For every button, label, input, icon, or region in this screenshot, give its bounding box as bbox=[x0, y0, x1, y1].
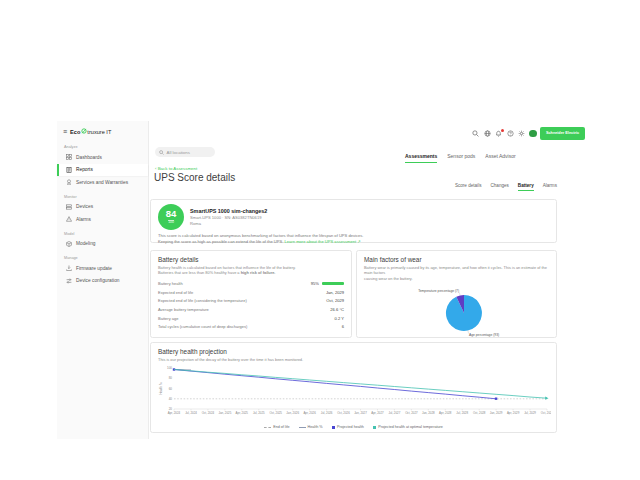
table-row: Total cycles (cumulative count of deep d… bbox=[158, 322, 344, 331]
reports-icon bbox=[66, 167, 72, 173]
sidebar: ≡ Ecotruxure IT Analyze Dashboards Repor… bbox=[57, 121, 149, 439]
svg-text:Apr, 2026: Apr, 2026 bbox=[303, 411, 316, 415]
wear-card-subtitle: Battery wear is primarily caused by its … bbox=[364, 265, 549, 281]
search-icon bbox=[159, 150, 164, 155]
settings-gear-icon[interactable] bbox=[518, 130, 526, 138]
row-label: Expected end of life bbox=[158, 290, 193, 295]
subtab-alarms[interactable]: Alarms bbox=[543, 183, 557, 191]
help-icon[interactable] bbox=[506, 130, 514, 138]
table-row: Expected end of life Jan, 2029 bbox=[158, 288, 344, 297]
projection-line-chart: Health %10080604020Apr, 2024Jul, 2024Oct… bbox=[158, 364, 549, 424]
sidebar-item-label: Device configuration bbox=[76, 278, 119, 283]
svg-text:Apr, 2024: Apr, 2024 bbox=[168, 411, 181, 415]
main-tabs: Assessments Sensor pods Asset Advisor bbox=[405, 153, 585, 163]
sidebar-section-monitor: Monitor bbox=[57, 189, 148, 201]
sidebar-item-alarms[interactable]: Alarms bbox=[57, 213, 148, 226]
sidebar-item-reports[interactable]: Reports bbox=[57, 164, 148, 177]
battery-subtitle-line1: Battery health is calculated based on fa… bbox=[158, 265, 296, 270]
modeling-icon bbox=[66, 241, 72, 247]
device-configuration-icon bbox=[66, 278, 72, 284]
legend-item[interactable]: Projected health at optimal temperature bbox=[373, 425, 443, 429]
schneider-electric-logo[interactable]: Schneider Electric bbox=[540, 127, 585, 140]
user-avatar[interactable] bbox=[529, 130, 537, 138]
svg-text:Apr, 2025: Apr, 2025 bbox=[236, 411, 249, 415]
sidebar-section-manage: Manage bbox=[57, 250, 148, 262]
svg-text:Apr, 2027: Apr, 2027 bbox=[371, 411, 384, 415]
legend-item[interactable]: Projected health bbox=[332, 425, 364, 429]
svg-text:Jul, 2025: Jul, 2025 bbox=[253, 411, 265, 415]
svg-text:Jan, 2029: Jan, 2029 bbox=[490, 411, 503, 415]
back-to-assessment-link[interactable]: ‹ Back to Assessment bbox=[155, 166, 197, 171]
battery-health-projection-card: Battery health projection This is our pr… bbox=[150, 342, 557, 433]
sidebar-item-modeling[interactable]: Modeling bbox=[57, 238, 148, 251]
table-row: Average battery temperature 26.6 °C bbox=[158, 305, 344, 314]
battery-subtitle-bold: high risk of failure. bbox=[241, 270, 276, 275]
topbar: Schneider Electric bbox=[420, 126, 585, 141]
subtab-changes[interactable]: Changes bbox=[490, 183, 508, 191]
notifications-bell-icon[interactable] bbox=[495, 130, 503, 138]
svg-text:Jan, 2026: Jan, 2026 bbox=[286, 411, 299, 415]
wear-subtitle-line1: Battery wear is primarily caused by its … bbox=[364, 265, 547, 275]
device-model-serial: Smart-UPS 1000 · SN: AS0382TN0619 bbox=[190, 215, 267, 220]
subtab-score-details[interactable]: Score details bbox=[455, 183, 482, 191]
sidebar-item-firmware-update[interactable]: Firmware update bbox=[57, 262, 148, 275]
sidebar-item-services-warranties[interactable]: Services and Warranties bbox=[57, 176, 148, 189]
row-label: Battery health bbox=[158, 281, 183, 286]
devices-icon bbox=[66, 204, 72, 210]
sidebar-item-device-configuration[interactable]: Device configuration bbox=[57, 275, 148, 288]
score-max: 100 bbox=[168, 220, 174, 225]
device-name: SmartUPS 1000 sim-changes2 bbox=[190, 208, 267, 214]
score-description-line2: Keeping the score as high as possible ca… bbox=[158, 239, 285, 244]
learn-more-link[interactable]: Learn more about the UPS assessment ↗ bbox=[285, 239, 361, 244]
svg-text:60: 60 bbox=[169, 387, 173, 391]
svg-text:Jan, 2027: Jan, 2027 bbox=[354, 411, 367, 415]
svg-text:Jan, 2028: Jan, 2028 bbox=[422, 411, 435, 415]
svg-text:Age percentage (93): Age percentage (93) bbox=[469, 334, 499, 338]
row-value: 6 bbox=[342, 324, 344, 329]
detail-subtabs: Score details Changes Battery Alarms bbox=[400, 183, 557, 191]
firmware-update-icon bbox=[66, 265, 72, 271]
svg-text:Health %: Health % bbox=[159, 383, 163, 396]
sidebar-item-devices[interactable]: Devices bbox=[57, 201, 148, 214]
globe-icon[interactable] bbox=[483, 130, 491, 138]
table-row: Expected end of life (considering the te… bbox=[158, 297, 344, 306]
svg-text:Apr, 2028: Apr, 2028 bbox=[439, 411, 452, 415]
alarms-icon bbox=[66, 216, 72, 222]
sidebar-item-label: Dashboards bbox=[76, 155, 102, 160]
projection-title: Battery health projection bbox=[158, 348, 549, 355]
row-label: Battery age bbox=[158, 316, 178, 321]
row-label: Total cycles (cumulative count of deep d… bbox=[158, 324, 247, 329]
tab-sensor-pods[interactable]: Sensor pods bbox=[447, 153, 475, 163]
svg-text:Jul, 2027: Jul, 2027 bbox=[389, 411, 401, 415]
dashboards-icon bbox=[66, 154, 72, 160]
tab-asset-advisor[interactable]: Asset Advisor bbox=[485, 153, 515, 163]
legend-swatch bbox=[332, 426, 336, 430]
svg-text:Jan, 2025: Jan, 2025 bbox=[219, 411, 232, 415]
svg-text:80: 80 bbox=[169, 377, 173, 381]
subtab-battery[interactable]: Battery bbox=[518, 183, 534, 191]
svg-text:Oct, 2026: Oct, 2026 bbox=[337, 411, 350, 415]
location-search-input[interactable]: All locations bbox=[155, 147, 215, 157]
legend-label: Health % bbox=[308, 425, 323, 429]
hamburger-menu-icon[interactable]: ≡ bbox=[63, 128, 67, 135]
legend-item[interactable]: End of life bbox=[264, 425, 289, 429]
logo-suffix: truxure IT bbox=[87, 129, 111, 135]
legend-item[interactable]: Health % bbox=[299, 425, 323, 429]
row-value: 0.2 Y bbox=[335, 316, 345, 321]
sidebar-item-dashboards[interactable]: Dashboards bbox=[57, 151, 148, 164]
search-icon[interactable] bbox=[472, 130, 480, 138]
notification-badge bbox=[501, 129, 504, 132]
projection-subtitle: This is our projection of the decay of t… bbox=[158, 357, 549, 362]
ecostruxure-mark-icon bbox=[81, 128, 87, 135]
sidebar-header: ≡ Ecotruxure IT bbox=[57, 126, 148, 139]
chart-legend: End of lifeHealth %Projected healthProje… bbox=[158, 425, 549, 429]
main-factors-of-wear-card: Main factors of wear Battery wear is pri… bbox=[356, 250, 557, 338]
row-value: Jan, 2029 bbox=[326, 290, 344, 295]
svg-text:Temperature percentage (7): Temperature percentage (7) bbox=[418, 289, 459, 293]
device-summary: SmartUPS 1000 sim-changes2 Smart-UPS 100… bbox=[190, 208, 267, 227]
sidebar-section-model: Model bbox=[57, 226, 148, 238]
battery-details-card: Battery details Battery health is calcul… bbox=[150, 250, 352, 338]
logo-prefix: Eco bbox=[70, 129, 80, 135]
tab-assessments[interactable]: Assessments bbox=[405, 153, 437, 163]
row-value: 95% bbox=[311, 281, 344, 286]
